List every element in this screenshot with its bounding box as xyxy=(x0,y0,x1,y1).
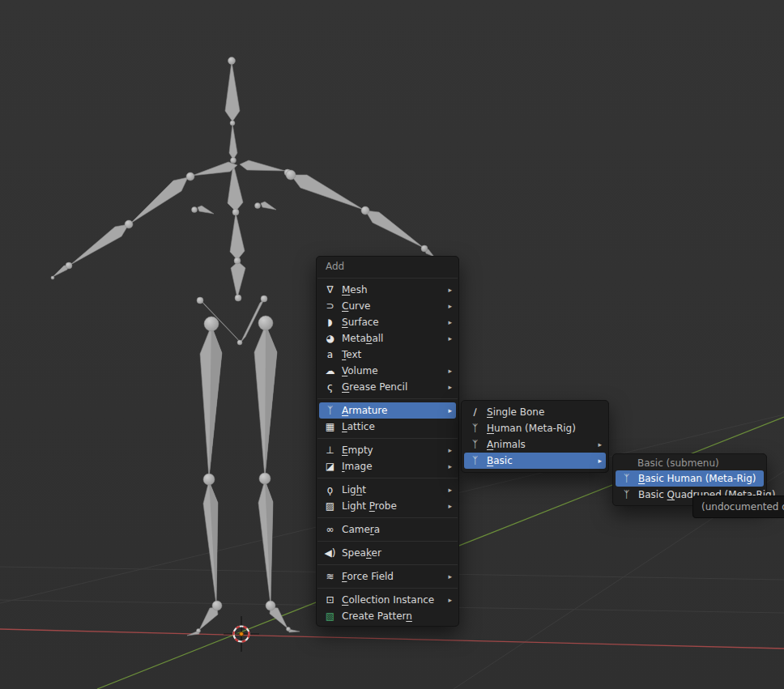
force-field-icon: ≋ xyxy=(323,568,337,585)
submenu-arrow-icon: ▸ xyxy=(448,486,452,494)
submenu-arrow-icon: ▸ xyxy=(448,462,452,470)
armature-icon: ᛉ xyxy=(620,470,633,487)
menu-item-surface[interactable]: ◗Surface▸ xyxy=(319,314,456,330)
menu-item-label: Lattice xyxy=(342,421,452,432)
menu-item-animals[interactable]: ᛉAnimals▸ xyxy=(464,436,606,453)
menu-item-label: Basic xyxy=(487,455,591,466)
menu-item-basic[interactable]: ᛉBasic▸ xyxy=(464,453,606,469)
menu-separator xyxy=(317,478,458,478)
3d-cursor xyxy=(224,616,259,652)
menu-item-label: Grease Pencil xyxy=(342,381,441,393)
menu-item-label: Basic Human (Meta-Rig) xyxy=(638,473,760,484)
armature-submenu: ∕Single BoneᛉHuman (Meta-Rig)ᛉAnimals▸ᛉB… xyxy=(461,400,609,473)
menu-separator xyxy=(317,438,458,439)
submenu-arrow-icon: ▸ xyxy=(448,406,452,415)
collection-instance-icon: ⊡ xyxy=(323,592,337,608)
image-icon: ◪ xyxy=(323,458,337,474)
bone-head xyxy=(225,62,240,121)
menu-item-speaker[interactable]: ◀)Speaker xyxy=(319,545,456,561)
menu-item-basic-human-meta-rig[interactable]: ᛉBasic Human (Meta-Rig) xyxy=(616,470,764,487)
axis-x xyxy=(0,629,784,649)
menu-item-create-pattern[interactable]: ▧Create Pattern xyxy=(319,608,456,624)
metaball-icon: ◕ xyxy=(323,330,337,347)
menu-item-label: Metaball xyxy=(342,333,441,344)
submenu-arrow-icon: ▸ xyxy=(448,367,452,375)
submenu-arrow-icon: ▸ xyxy=(448,446,452,454)
menu-item-label: Image xyxy=(342,461,441,472)
submenu-arrow-icon: ▸ xyxy=(448,302,452,310)
menu-title: Add xyxy=(317,258,458,274)
armature-icon: ᛉ xyxy=(323,402,337,419)
add-menu: Add ∇Mesh▸⊃Curve▸◗Surface▸◕Metaball▸aTex… xyxy=(316,256,459,627)
menu-separator xyxy=(317,588,458,589)
camera-icon: ∞ xyxy=(323,521,337,538)
create-pattern-icon: ▧ xyxy=(323,608,337,624)
bone-neck xyxy=(229,124,237,159)
bone-clavicle-r xyxy=(240,160,285,171)
menu-item-armature[interactable]: ᛉArmature▸ xyxy=(319,402,456,419)
menu-item-label: Single Bone xyxy=(487,406,602,418)
bone-clavicle-l xyxy=(192,162,237,176)
text-icon: a xyxy=(323,347,337,363)
menu-item-label: Empty xyxy=(342,444,441,456)
submenu-arrow-icon: ▸ xyxy=(448,383,452,391)
menu-item-label: Mesh xyxy=(342,284,441,296)
menu-item-curve[interactable]: ⊃Curve▸ xyxy=(319,298,456,314)
menu-separator xyxy=(317,517,458,518)
volume-icon: ☁ xyxy=(323,363,337,379)
bone-forearm-l xyxy=(70,224,129,265)
armature-icon: ᛉ xyxy=(468,436,482,453)
menu-separator xyxy=(317,541,458,542)
menu-separator xyxy=(317,398,458,399)
menu-item-grease-pencil[interactable]: ςGrease Pencil▸ xyxy=(319,379,456,395)
submenu-arrow-icon: ▸ xyxy=(448,318,452,326)
bone-breast-l xyxy=(198,206,214,214)
menu-item-label: Curve xyxy=(342,300,441,312)
bone-foot-r xyxy=(270,607,288,628)
menu-item-light[interactable]: ϙLight▸ xyxy=(319,482,456,498)
menu-separator xyxy=(317,278,458,279)
menu-item-lattice[interactable]: ▦Lattice xyxy=(319,419,456,435)
menu-item-light-probe[interactable]: ▨Light Probe▸ xyxy=(319,498,456,514)
bone-spine2 xyxy=(230,213,245,260)
speaker-icon: ◀) xyxy=(323,545,337,561)
menu-item-empty[interactable]: ⊥Empty▸ xyxy=(319,442,456,458)
tooltip-text: (undocumented oper xyxy=(701,501,784,512)
surface-icon: ◗ xyxy=(323,314,337,330)
bone-breast-r xyxy=(261,202,276,210)
submenu-arrow-icon: ▸ xyxy=(448,596,452,604)
menu-item-label: Light Probe xyxy=(342,500,441,512)
menu-item-force-field[interactable]: ≋Force Field▸ xyxy=(319,568,456,585)
mesh-icon: ∇ xyxy=(323,282,337,298)
bone-forearm-r xyxy=(365,211,424,248)
menu-item-label: Create Pattern xyxy=(342,610,452,622)
menu-item-human-meta-rig[interactable]: ᛉHuman (Meta-Rig) xyxy=(464,420,606,436)
menu-item-camera[interactable]: ∞Camera xyxy=(319,521,456,538)
armature-icon: ᛉ xyxy=(468,453,482,469)
menu-item-label: Collection Instance xyxy=(342,594,441,606)
menu-item-label: Surface xyxy=(342,317,441,328)
menu-item-label: Armature xyxy=(342,405,441,416)
menu-item-label: Force Field xyxy=(342,571,441,582)
cursor-origin-dot xyxy=(240,632,244,636)
menu-item-volume[interactable]: ☁Volume▸ xyxy=(319,363,456,379)
submenu-title: Basic (submenu) xyxy=(613,457,766,470)
lattice-icon: ▦ xyxy=(323,419,337,435)
menu-item-mesh[interactable]: ∇Mesh▸ xyxy=(319,282,456,298)
menu-item-label: Camera xyxy=(342,524,452,535)
submenu-arrow-icon: ▸ xyxy=(448,572,452,581)
submenu-arrow-icon: ▸ xyxy=(448,334,452,342)
menu-item-label: Text xyxy=(342,349,452,360)
menu-item-label: Light xyxy=(342,484,441,495)
menu-item-image[interactable]: ◪Image▸ xyxy=(319,458,456,474)
menu-item-metaball[interactable]: ◕Metaball▸ xyxy=(319,330,456,347)
menu-item-text[interactable]: aText xyxy=(319,347,456,363)
menu-item-label: Animals xyxy=(487,439,591,450)
tooltip: (undocumented oper xyxy=(692,495,784,518)
grease-pencil-icon: ς xyxy=(323,379,337,395)
menu-item-collection-instance[interactable]: ⊡Collection Instance▸ xyxy=(319,592,456,608)
submenu-arrow-icon: ▸ xyxy=(598,440,602,449)
armature-icon: ᛉ xyxy=(620,487,633,503)
menu-item-single-bone[interactable]: ∕Single Bone xyxy=(464,404,606,420)
empty-icon: ⊥ xyxy=(323,442,337,458)
